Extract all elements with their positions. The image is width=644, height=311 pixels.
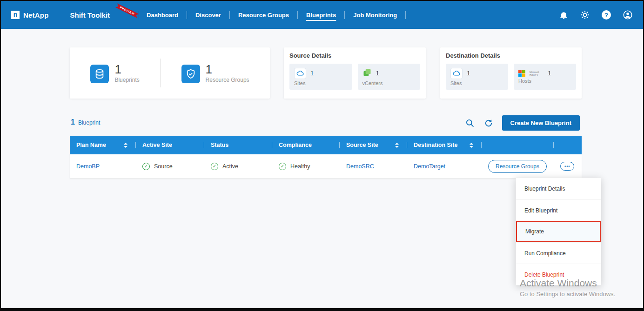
column-header-source-site[interactable]: Source Site [340,136,407,154]
app-title: Shift Toolkit PREVIEW [70,11,136,19]
nav-item-dashboard[interactable]: Dashboard [140,9,185,21]
destination-site-link[interactable]: DemoTarget [414,163,445,170]
stat-blueprints: 1 Blueprints [90,63,139,84]
column-header-destination-site[interactable]: Destination Site [407,136,482,154]
menu-item-migrate[interactable]: Migrate [516,221,601,242]
top-navigation-bar: NetApp Shift Toolkit PREVIEW Dashboard D… [1,1,643,29]
nav-item-blueprints[interactable]: Blueprints [300,9,342,21]
app-title-label: Shift Toolkit [70,11,110,19]
status-value: Active [222,163,238,170]
blueprint-count: 1 Blueprint [71,118,100,126]
column-header-compliance: Compliance [272,136,340,154]
source-details-card: Source Details 1 Sites [284,47,426,99]
menu-item-blueprint-details[interactable]: Blueprint Details [516,178,601,199]
destination-sites-count: 1 [467,70,470,77]
active-site-value: Source [154,163,173,170]
source-details-title: Source Details [289,52,420,59]
status-check-icon [211,163,218,170]
plan-name-link[interactable]: DemoBP [76,163,100,170]
cloud-icon [294,68,306,79]
column-header-plan-name[interactable]: Plan Name [70,136,136,154]
table-header-row: Plan Name Active Site Status Compliance … [70,136,582,154]
resource-groups-count: 1 [206,63,249,76]
source-tiles: 1 Sites 1 vCenters [289,64,420,90]
blueprint-count-label: Blueprint [78,119,100,126]
compliance-value: Healthy [290,163,310,170]
netapp-logo-icon [11,11,20,19]
column-header-status: Status [204,136,272,154]
settings-gear-icon[interactable] [580,10,590,20]
vcenter-icon [362,68,372,79]
destination-sites-label: Sites [450,80,503,86]
nav-divider [229,11,230,19]
sort-icon [470,143,475,148]
preview-ribbon-badge: PREVIEW [115,3,139,18]
destination-hosts-tile: Microsoft Hyper-V 1 Hosts [514,64,576,90]
watermark-line2: Go to Settings to activate Windows. [520,291,615,298]
table-row: DemoBP Source Active Healthy DemoSRC Dem… [70,154,582,179]
database-icon [90,65,109,83]
destination-hosts-label: Hosts [518,78,571,84]
help-icon[interactable] [601,10,611,20]
source-vcenters-label: vCenters [362,80,416,86]
column-header-actions [482,136,554,154]
app-window: NetApp Shift Toolkit PREVIEW Dashboard D… [0,0,644,311]
menu-item-edit-blueprint[interactable]: Edit Blueprint [516,199,601,221]
notification-bell-icon[interactable] [558,10,569,20]
status-check-icon [142,163,150,170]
nav-divider [138,11,138,19]
column-header-active-site: Active Site [136,136,204,154]
source-vcenters-tile: 1 vCenters [358,64,421,90]
nav-divider [297,11,298,19]
destination-details-title: Destination Details [446,52,576,59]
resource-groups-button[interactable]: Resource Groups [488,160,547,173]
blueprints-count-label: Blueprints [114,77,139,83]
source-vcenters-count: 1 [376,70,379,77]
destination-sites-tile: 1 Sites [446,64,508,90]
netapp-brand: NetApp [11,11,49,19]
source-sites-label: Sites [294,80,348,86]
nav-divider [344,11,345,19]
nav-divider [405,11,406,19]
sort-icon [395,143,401,148]
hyperv-icon [518,70,525,77]
create-new-blueprint-button[interactable]: Create New Blueprint [502,115,580,131]
stat-resource-groups: 1 Resource Groups [181,63,249,84]
source-site-link[interactable]: DemoSRC [346,163,374,170]
help-question-glyph [602,10,611,20]
account-icon[interactable] [623,10,633,20]
overview-stats-card: 1 Blueprints 1 Resource Groups [70,47,270,99]
source-sites-tile: 1 Sites [289,64,352,90]
topbar-icon-group [558,10,633,20]
destination-hosts-count: 1 [548,70,551,77]
brand-name: NetApp [23,11,49,19]
column-header-menu [554,136,582,154]
cloud-icon [450,68,463,79]
blueprint-count-number: 1 [71,118,75,126]
main-nav: Dashboard Discover Resource Groups Bluep… [140,1,408,29]
sort-icon [124,143,129,148]
hyperv-icon-caption: Microsoft Hyper-V [530,71,543,76]
resource-groups-count-label: Resource Groups [206,77,249,83]
blueprints-count: 1 [114,63,139,76]
menu-item-delete-blueprint[interactable]: Delete Blueprint [516,264,601,285]
row-context-menu: Blueprint Details Edit Blueprint Migrate… [516,178,601,285]
shield-check-icon [181,65,200,83]
destination-tiles: 1 Sites Microsoft Hyper-V 1 Hosts [446,64,576,90]
status-check-icon [279,163,286,170]
nav-item-discover[interactable]: Discover [189,9,228,21]
nav-item-job-monitoring[interactable]: Job Monitoring [347,9,403,21]
destination-details-card: Destination Details 1 Sites Microsoft Hy… [440,47,582,99]
blueprints-table: Plan Name Active Site Status Compliance … [70,136,582,179]
nav-divider [187,11,187,19]
search-icon[interactable] [465,118,475,128]
nav-item-resource-groups[interactable]: Resource Groups [232,9,295,21]
source-sites-count: 1 [310,70,314,77]
card-divider [160,59,161,87]
menu-item-run-compliance[interactable]: Run Compliance [516,242,601,264]
row-more-options-button[interactable] [560,162,574,171]
refresh-icon[interactable] [483,118,494,128]
table-toolbar: Create New Blueprint [465,115,580,131]
